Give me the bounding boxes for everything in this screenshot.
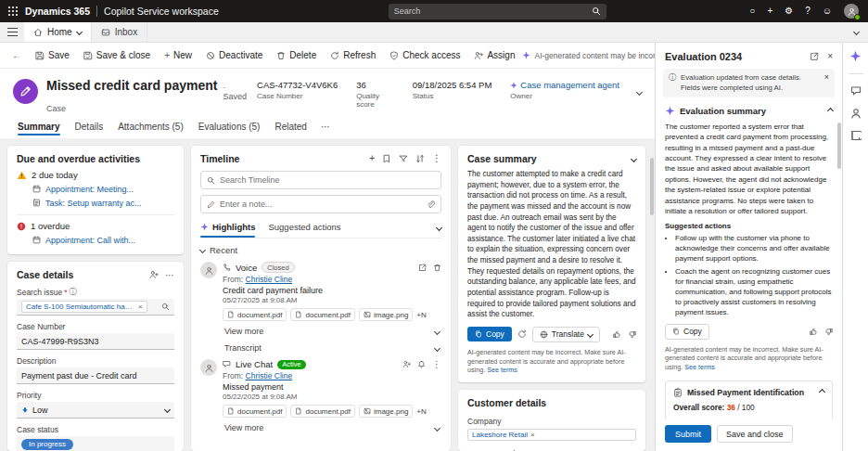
add-activity-icon[interactable]: + <box>369 154 375 163</box>
close-panel-icon[interactable]: × <box>827 52 833 61</box>
see-terms-link[interactable]: See terms <box>684 363 715 371</box>
save-and-close-eval-button[interactable]: Save and close <box>717 425 793 443</box>
timeline-search-input[interactable] <box>220 175 435 185</box>
panel-scrollbar-thumb[interactable] <box>837 122 841 169</box>
paperclip-icon[interactable] <box>427 200 435 209</box>
issue-tag-chip[interactable]: Cafe S-100 Semiautomatic has air bu × <box>21 301 147 313</box>
global-search-box[interactable]: Search <box>389 4 606 19</box>
priority-dropdown[interactable]: Low <box>17 402 174 419</box>
remove-tag-icon[interactable]: × <box>138 303 143 311</box>
rail-knowledge-button[interactable] <box>850 130 862 141</box>
more-attachments[interactable]: +N <box>416 311 426 319</box>
bell-icon[interactable] <box>417 360 426 368</box>
copy-summary-button[interactable]: Copy <box>467 327 512 341</box>
thumbs-down-icon[interactable] <box>824 328 833 336</box>
contact-link[interactable]: Christie Cline <box>246 275 293 284</box>
main-scrollbar-thumb[interactable] <box>650 158 654 215</box>
deactivate-button[interactable]: Deactivate <box>199 46 269 64</box>
regenerate-summary-button[interactable] <box>517 329 528 340</box>
tab-overflow-button[interactable] <box>845 22 868 42</box>
attachment-chip[interactable]: image.png <box>359 308 413 321</box>
chevron-down-icon[interactable] <box>631 155 637 161</box>
activity-link[interactable]: Task: Setup warranty ac... <box>17 196 174 210</box>
save-and-close-button[interactable]: Save & close <box>77 46 157 64</box>
see-terms-link[interactable]: See terms <box>487 366 517 374</box>
recent-section-header[interactable]: Recent <box>200 238 441 257</box>
case-status-dropdown[interactable]: In progress <box>17 436 174 451</box>
filter-icon[interactable] <box>399 154 408 163</box>
attachment-chip[interactable]: image.png <box>359 405 413 418</box>
activity-link[interactable]: Appointment: Call with... <box>17 233 174 247</box>
thumbs-down-icon[interactable] <box>628 330 636 339</box>
bookmark-icon[interactable] <box>382 154 391 163</box>
user-avatar[interactable] <box>844 4 859 19</box>
tab-highlights[interactable]: Highlights <box>200 222 255 232</box>
dismiss-banner-icon[interactable]: × <box>824 73 829 82</box>
attachment-chip[interactable]: document.pdf <box>290 405 354 418</box>
description-input[interactable]: Payment past due - Credit card <box>17 367 174 384</box>
transcript-toggle[interactable]: Transcript <box>223 338 441 354</box>
rail-copilot-button[interactable] <box>849 50 862 62</box>
app-launcher-button[interactable] <box>7 6 19 17</box>
tab-suggested-actions[interactable]: Suggested actions <box>268 222 340 232</box>
evaluation-summary-header[interactable]: Evaluation summary <box>665 106 833 116</box>
chevron-down-icon[interactable] <box>436 225 442 231</box>
header-collapse-button[interactable] <box>637 78 642 97</box>
attachment-chip[interactable]: document.pdf <box>223 405 287 418</box>
trash-icon[interactable] <box>433 264 441 272</box>
card-more-icon[interactable]: ⋯ <box>165 270 174 280</box>
tab-home-chevron-icon[interactable] <box>76 29 83 35</box>
copy-evaluation-button[interactable]: Copy <box>665 324 709 340</box>
rail-contacts-button[interactable] <box>850 108 862 119</box>
add-participant-icon[interactable] <box>402 360 411 368</box>
timeline-search[interactable] <box>200 171 441 189</box>
missed-payment-header[interactable]: Missed Payment Identification <box>673 388 824 397</box>
entry-more-icon[interactable]: ⋮ <box>432 360 441 369</box>
settings-gear-icon[interactable]: ⚙ <box>785 6 793 16</box>
save-button[interactable]: Save <box>29 46 76 64</box>
tabs-overflow-button[interactable]: ⋯ <box>315 118 336 138</box>
app-name[interactable]: Copilot Service workspace <box>104 6 219 17</box>
search-issue-input[interactable]: Cafe S-100 Semiautomatic has air bu × <box>17 299 174 316</box>
presence-icon[interactable]: ○ <box>749 6 755 16</box>
company-tag-chip[interactable]: Lakeshore Retail × <box>467 429 636 441</box>
check-access-button[interactable]: Check access <box>383 46 466 64</box>
open-record-icon[interactable] <box>418 264 427 272</box>
rail-conversations-button[interactable] <box>850 85 862 97</box>
thumbs-up-icon[interactable] <box>810 328 818 336</box>
attachment-chip[interactable]: document.pdf <box>223 308 287 321</box>
view-more-button[interactable]: View more <box>223 418 441 434</box>
remove-tag-icon[interactable]: × <box>530 431 535 439</box>
quick-create-icon[interactable]: + <box>767 6 772 16</box>
refresh-button[interactable]: Refresh <box>324 46 382 64</box>
form-settings-icon[interactable] <box>149 270 159 279</box>
submit-button[interactable]: Submit <box>665 425 711 443</box>
note-input[interactable] <box>220 200 422 209</box>
delete-button[interactable]: Delete <box>270 46 323 64</box>
translate-button[interactable]: Translate <box>532 327 600 342</box>
back-button[interactable]: ← <box>6 47 28 64</box>
owner-link[interactable]: Case management agent <box>520 80 619 90</box>
tab-evaluations[interactable]: Evaluations (5) <box>192 118 267 138</box>
search-icon[interactable] <box>161 303 170 311</box>
feedback-icon[interactable]: ☺ <box>823 6 832 16</box>
tab-summary[interactable]: Summary <box>11 118 67 138</box>
sort-icon[interactable] <box>415 154 425 163</box>
assign-button[interactable]: Assign <box>467 46 521 64</box>
timeline-entry-voice[interactable]: Voice Closed From: Christie Clin <box>200 257 441 354</box>
more-attachments[interactable]: +N <box>416 407 426 416</box>
tab-attachments[interactable]: Attachments (5) <box>111 118 190 138</box>
tab-inbox[interactable]: Inbox <box>92 22 147 42</box>
note-composer[interactable] <box>200 195 441 213</box>
view-more-button[interactable]: View more <box>223 321 441 338</box>
tab-related[interactable]: Related <box>268 118 313 138</box>
new-button[interactable]: + New <box>158 46 198 64</box>
tab-home[interactable]: Home <box>24 22 92 42</box>
tab-details[interactable]: Details <box>69 118 110 138</box>
thumbs-up-icon[interactable] <box>613 330 621 339</box>
timeline-entry-live-chat[interactable]: Live Chat Active ⋮ From: <box>200 354 441 434</box>
attachment-chip[interactable]: document.pdf <box>290 308 354 321</box>
contact-link[interactable]: Christie Cline <box>246 371 293 380</box>
expand-panel-icon[interactable] <box>810 52 819 61</box>
help-icon[interactable]: ? <box>805 6 811 16</box>
